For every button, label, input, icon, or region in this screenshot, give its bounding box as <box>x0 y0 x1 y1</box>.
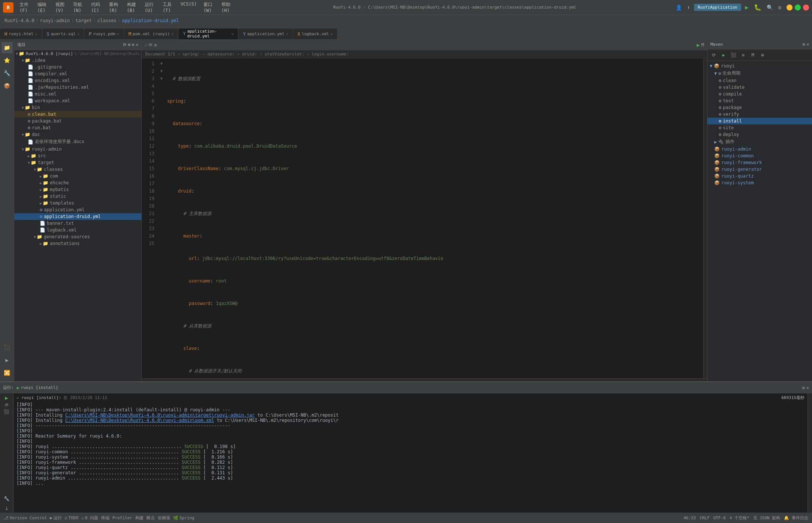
tree-item[interactable]: ▶ 📁 templates <box>14 200 141 206</box>
tree-item[interactable]: ▶ 📁 static <box>14 193 141 200</box>
collapse-all-icon[interactable]: ≡ <box>154 42 157 48</box>
menu-run[interactable]: 运行(U) <box>142 0 159 15</box>
tab-application-yml[interactable]: Y application.yml ✕ <box>238 28 293 39</box>
tree-item[interactable]: 📄 .jarRepositories.xml <box>14 84 141 91</box>
close-button[interactable] <box>803 4 809 10</box>
menu-build[interactable]: 构建(B) <box>124 0 141 15</box>
menu-view[interactable]: 视图(V) <box>52 0 70 15</box>
tree-item[interactable]: ▼ 📁 doc <box>14 131 141 138</box>
bottom-run-label[interactable]: ruoyi [install] <box>21 385 58 390</box>
bottom-close-icon[interactable]: ✕ <box>806 385 809 390</box>
status-line-ending[interactable]: CRLF <box>700 516 710 520</box>
status-notifications[interactable]: 🔔 事件日志 <box>784 515 808 521</box>
tree-item[interactable]: ▼ 📁 ruoyi-admin <box>14 146 141 152</box>
breadcrumb-item[interactable]: classes <box>97 18 117 23</box>
maven-item-ruoyi-generator[interactable]: 📦 ruoyi-generator <box>707 166 812 173</box>
tree-item[interactable]: ▼ 📁 .idea <box>14 57 141 64</box>
tree-item[interactable]: 📄 若依环境使用手册.docx <box>14 138 141 146</box>
settings-icon[interactable]: ⚙ <box>777 4 783 11</box>
maven-item-package[interactable]: ⚙ package <box>707 104 812 111</box>
close-tab-icon[interactable]: ✕ <box>35 32 37 36</box>
close-panel-icon[interactable]: ✕ <box>136 42 138 47</box>
editor-more-icon[interactable]: M <box>701 42 704 48</box>
tab-ruoyi-html[interactable]: H ruoyi.html ✕ <box>0 28 42 39</box>
tab-quartz-sql[interactable]: S quartz.sql ✕ <box>42 28 85 39</box>
maven-item-install[interactable]: ⚙ install <box>707 118 812 124</box>
menu-window[interactable]: 窗口(W) <box>200 0 218 15</box>
tree-item[interactable]: ▶ 📁 src <box>14 152 141 159</box>
gear-icon[interactable]: ⚙ <box>128 42 130 47</box>
status-terminal[interactable]: 终端 <box>101 515 109 521</box>
maven-settings-icon[interactable]: ⚙ <box>803 42 805 47</box>
maven-item-clean[interactable]: ⚙ clean <box>707 77 812 84</box>
tree-item[interactable]: ⚙ application.yml <box>14 206 141 213</box>
maven-item-verify[interactable]: ⚙ verify <box>707 111 812 118</box>
sidebar-structure-icon[interactable]: 🔧 <box>1 67 13 79</box>
editor-content[interactable]: 12345 678910 1112131415 1617181920 21222… <box>142 58 707 378</box>
maven-item-ruoyi-quartz[interactable]: 📦 ruoyi-quartz <box>707 173 812 179</box>
tree-item[interactable]: ▼ 📁 classes <box>14 166 141 173</box>
tree-item[interactable]: 📄 logback.xml <box>14 227 141 233</box>
maven-item-plugins[interactable]: ▶ 🔌 插件 <box>707 138 812 146</box>
menu-vcs[interactable]: VCS(S) <box>178 0 200 15</box>
menu-refactor[interactable]: 重构(R) <box>106 0 123 15</box>
close-tab-icon[interactable]: ✕ <box>117 32 119 36</box>
sidebar-maven-icon[interactable]: 📦 <box>1 80 13 91</box>
tree-item[interactable]: 📄 misc.xml <box>14 91 141 97</box>
status-position[interactable]: 46:33 <box>683 516 696 520</box>
tree-item-application-druid[interactable]: ⚙ application-druid.yml <box>14 213 141 220</box>
menu-file[interactable]: 文件(F) <box>16 0 34 15</box>
status-version-control[interactable]: ⎇ Version Control <box>4 516 47 520</box>
menu-tools[interactable]: 工具(T) <box>160 0 177 15</box>
tree-item[interactable]: ▼ 📁 generated-sources <box>14 233 141 240</box>
close-tab-icon[interactable]: ✕ <box>77 32 79 36</box>
breadcrumb-item[interactable]: ruoyi-admin <box>40 18 70 23</box>
run-btn[interactable]: ▶ <box>743 3 750 12</box>
horizontal-scrollbar[interactable] <box>142 378 707 381</box>
tab-logback-xml[interactable]: X logback.xml ✕ <box>293 28 338 39</box>
collapse-icon[interactable]: ≡ <box>132 42 135 47</box>
run-config[interactable]: RuoYiApplication <box>694 4 741 11</box>
bottom-scrollbar[interactable] <box>808 393 812 513</box>
maven-close-icon[interactable]: ✕ <box>806 42 809 47</box>
tree-item[interactable]: 📄 .gitignore <box>14 64 141 70</box>
status-run[interactable]: ▶ 运行 <box>50 515 62 521</box>
profile-icon[interactable]: 👤 <box>674 4 683 11</box>
bottom-filter-icon[interactable]: 🔧 <box>4 496 9 501</box>
tab-pom-xml[interactable]: M pom.xml (ruoyi) ✕ <box>124 28 179 39</box>
status-encoding[interactable]: UTF-8 <box>713 516 726 520</box>
tree-item[interactable]: 📄 banner.txt <box>14 220 141 227</box>
sidebar-git-icon[interactable]: 🔀 <box>1 367 13 378</box>
tree-item[interactable]: ▶ 📁 com <box>14 173 141 179</box>
tree-item[interactable]: ▶ 📁 mybatis <box>14 186 141 193</box>
status-json-schema[interactable]: 无 JSON 架构 <box>753 515 781 521</box>
minimize-button[interactable] <box>787 4 793 10</box>
maven-item-compile[interactable]: ⚙ compile <box>707 91 812 97</box>
tab-application-druid[interactable]: Y application-druid.yml ✕ <box>178 28 238 39</box>
sidebar-bookmark-icon[interactable]: ⭐ <box>1 55 13 66</box>
maven-run-icon[interactable]: ▶ <box>719 51 728 59</box>
bottom-scroll-end-icon[interactable]: ⤓ <box>5 506 9 511</box>
tree-item[interactable]: 📄 encodings.xml <box>14 77 141 84</box>
close-tab-icon[interactable]: ✕ <box>171 32 173 36</box>
close-tab-icon[interactable]: ✕ <box>231 32 233 36</box>
sidebar-terminal-icon[interactable]: ⬛ <box>1 342 13 353</box>
bottom-run-icon[interactable]: ▶ <box>5 395 8 401</box>
maven-item-test[interactable]: ⚙ test <box>707 97 812 104</box>
breadcrumb-item[interactable]: target <box>75 18 91 23</box>
git-icon[interactable]: ⬆ <box>686 4 692 11</box>
close-tab-icon[interactable]: ✕ <box>286 32 288 36</box>
log-link[interactable]: C:\Users\MSI-NB\Desktop\RuoYi-4.6.0\ruoy… <box>65 412 255 418</box>
maven-item-ruoyi-common[interactable]: 📦 ruoyi-common <box>707 152 812 159</box>
maven-item-ruoyi-framework[interactable]: 📦 ruoyi-framework <box>707 159 812 166</box>
maven-item-ruoyi[interactable]: ▼ 📦 ruoyi <box>707 63 812 69</box>
close-tab-icon[interactable]: ✕ <box>330 32 333 36</box>
tree-item[interactable]: ⚙ run.bat <box>14 124 141 131</box>
status-build[interactable]: 构建 <box>135 515 144 521</box>
breadcrumb-item[interactable]: RuoYi-4.6.0 <box>4 18 34 23</box>
search-icon[interactable]: 🔍 <box>765 4 775 11</box>
maven-item-ruoyi-admin[interactable]: 📦 ruoyi-admin <box>707 146 812 152</box>
status-profiler[interactable]: Profiler <box>112 516 132 520</box>
maven-item-site[interactable]: ⚙ site <box>707 124 812 131</box>
bottom-settings-icon[interactable]: ⚙ <box>802 385 805 390</box>
